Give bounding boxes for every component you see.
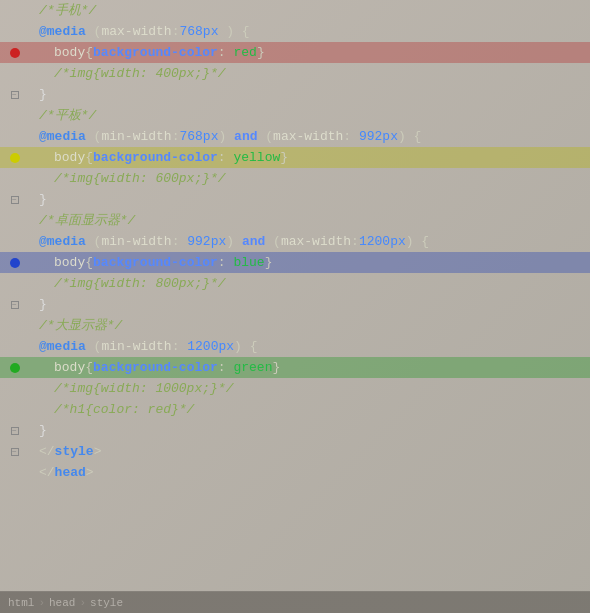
- fold-icon[interactable]: −: [11, 301, 19, 309]
- code-line: @media (min-width:768px) and (max-width:…: [0, 126, 590, 147]
- line-content[interactable]: }: [35, 189, 590, 210]
- code-line: @media (max-width:768px ) {: [0, 21, 590, 42]
- line-gutter: [0, 252, 35, 273]
- code-line: /*img{width: 1000px;}*/: [0, 378, 590, 399]
- code-line: body{background-color: yellow}: [0, 147, 590, 168]
- line-gutter: −: [0, 189, 35, 210]
- line-content[interactable]: body{background-color: blue}: [35, 252, 590, 273]
- line-gutter: [0, 210, 35, 231]
- line-content[interactable]: /*img{width: 1000px;}*/: [35, 378, 590, 399]
- gutter-marker: [10, 363, 20, 373]
- line-content[interactable]: </style>: [35, 441, 590, 462]
- gutter-marker: [10, 153, 20, 163]
- code-line: /*img{width: 600px;}*/: [0, 168, 590, 189]
- line-content[interactable]: body{background-color: green}: [35, 357, 590, 378]
- line-content[interactable]: }: [35, 84, 590, 105]
- line-content[interactable]: @media (min-width: 1200px) {: [35, 336, 590, 357]
- line-content[interactable]: /*平板*/: [35, 105, 590, 126]
- line-content[interactable]: /*手机*/: [35, 0, 590, 21]
- code-line: /*h1{color: red}*/: [0, 399, 590, 420]
- line-content[interactable]: body{background-color: red}: [35, 42, 590, 63]
- code-line: </head>: [0, 462, 590, 483]
- line-gutter: [0, 336, 35, 357]
- line-gutter: [0, 126, 35, 147]
- line-content[interactable]: /*img{width: 800px;}*/: [35, 273, 590, 294]
- code-line: −}: [0, 420, 590, 441]
- code-line: @media (min-width: 1200px) {: [0, 336, 590, 357]
- fold-icon[interactable]: −: [11, 91, 19, 99]
- fold-icon[interactable]: −: [11, 427, 19, 435]
- code-line: −</style>: [0, 441, 590, 462]
- line-content[interactable]: /*img{width: 600px;}*/: [35, 168, 590, 189]
- line-content[interactable]: @media (min-width:768px) and (max-width:…: [35, 126, 590, 147]
- fold-icon[interactable]: −: [11, 196, 19, 204]
- code-line: −}: [0, 84, 590, 105]
- line-gutter: [0, 105, 35, 126]
- line-gutter: [0, 42, 35, 63]
- line-gutter: −: [0, 84, 35, 105]
- code-line: @media (min-width: 992px) and (max-width…: [0, 231, 590, 252]
- code-line: body{background-color: red}: [0, 42, 590, 63]
- editor: /*手机*/@media (max-width:768px ) {body{ba…: [0, 0, 590, 613]
- line-content[interactable]: /*h1{color: red}*/: [35, 399, 590, 420]
- line-gutter: [0, 168, 35, 189]
- code-line: body{background-color: green}: [0, 357, 590, 378]
- line-gutter: [0, 147, 35, 168]
- line-content[interactable]: @media (max-width:768px ) {: [35, 21, 590, 42]
- line-gutter: [0, 378, 35, 399]
- gutter-marker: [10, 48, 20, 58]
- line-content[interactable]: /*img{width: 400px;}*/: [35, 63, 590, 84]
- line-content[interactable]: }: [35, 420, 590, 441]
- line-content[interactable]: /*卓面显示器*/: [35, 210, 590, 231]
- line-gutter: [0, 399, 35, 420]
- line-gutter: [0, 315, 35, 336]
- line-gutter: [0, 63, 35, 84]
- code-line: body{background-color: blue}: [0, 252, 590, 273]
- code-line: /*img{width: 400px;}*/: [0, 63, 590, 84]
- line-gutter: [0, 273, 35, 294]
- line-content[interactable]: @media (min-width: 992px) and (max-width…: [35, 231, 590, 252]
- line-content[interactable]: body{background-color: yellow}: [35, 147, 590, 168]
- code-line: /*img{width: 800px;}*/: [0, 273, 590, 294]
- code-line: −}: [0, 189, 590, 210]
- line-gutter: −: [0, 441, 35, 462]
- line-gutter: −: [0, 294, 35, 315]
- code-line: /*大显示器*/: [0, 315, 590, 336]
- line-gutter: [0, 231, 35, 252]
- code-line: −}: [0, 294, 590, 315]
- line-gutter: [0, 357, 35, 378]
- line-gutter: [0, 21, 35, 42]
- line-content[interactable]: </head>: [35, 462, 590, 483]
- code-line: /*手机*/: [0, 0, 590, 21]
- line-gutter: [0, 462, 35, 483]
- line-gutter: −: [0, 420, 35, 441]
- gutter-marker: [10, 258, 20, 268]
- fold-icon[interactable]: −: [11, 448, 19, 456]
- code-line: /*卓面显示器*/: [0, 210, 590, 231]
- line-content[interactable]: }: [35, 294, 590, 315]
- line-gutter: [0, 0, 35, 21]
- code-line: /*平板*/: [0, 105, 590, 126]
- line-content[interactable]: /*大显示器*/: [35, 315, 590, 336]
